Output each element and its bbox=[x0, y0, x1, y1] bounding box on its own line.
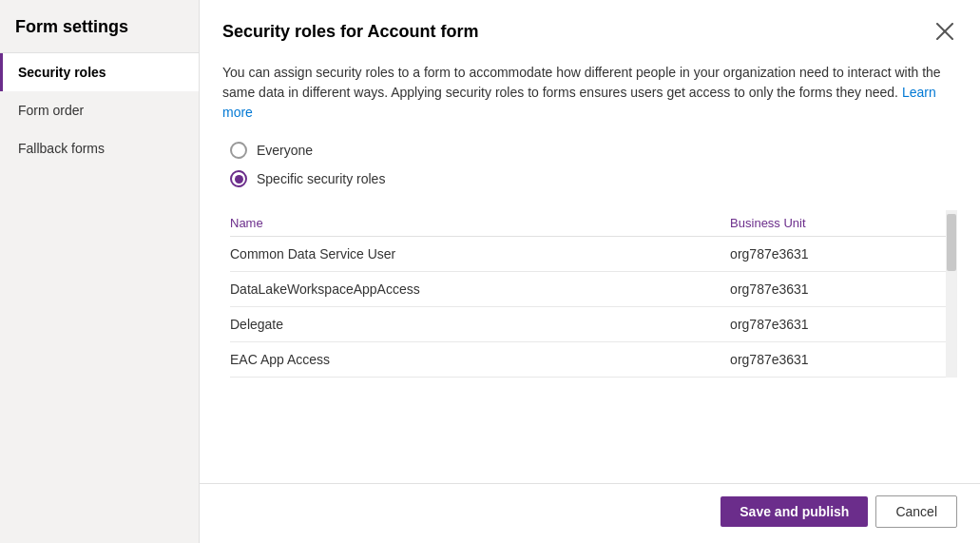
dialog-title: Security roles for Account form bbox=[222, 22, 478, 42]
radio-specific[interactable]: Specific security roles bbox=[230, 170, 957, 187]
sidebar-item-security-roles[interactable]: Security roles bbox=[0, 53, 199, 91]
main-panel: Security roles for Account form You can … bbox=[200, 0, 980, 543]
close-button[interactable] bbox=[932, 19, 957, 44]
sidebar-item-fallback-forms[interactable]: Fallback forms bbox=[0, 129, 199, 167]
scrollbar-thumb bbox=[947, 214, 956, 271]
save-publish-button[interactable]: Save and publish bbox=[721, 496, 868, 527]
table-row: DataLakeWorkspaceAppAccessorg787e3631 bbox=[230, 272, 946, 307]
table-row: EAC App Accessorg787e3631 bbox=[230, 342, 946, 378]
radio-circle-specific bbox=[230, 170, 247, 187]
cell-name: EAC App Access bbox=[230, 342, 730, 378]
sidebar-item-form-order[interactable]: Form order bbox=[0, 91, 199, 129]
table-row: Common Data Service Userorg787e3631 bbox=[230, 237, 946, 272]
description-text: You can assign security roles to a form … bbox=[222, 63, 957, 123]
cell-business-unit: org787e3631 bbox=[730, 307, 946, 342]
dialog-header: Security roles for Account form bbox=[200, 0, 980, 55]
sidebar-item-label: Fallback forms bbox=[18, 141, 105, 156]
cell-name: Delegate bbox=[230, 307, 730, 342]
dialog-body: You can assign security roles to a form … bbox=[200, 55, 980, 483]
scrollbar-track[interactable] bbox=[946, 210, 957, 378]
cell-name: DataLakeWorkspaceAppAccess bbox=[230, 272, 730, 307]
sidebar-item-label: Security roles bbox=[18, 65, 106, 80]
cancel-button[interactable]: Cancel bbox=[875, 495, 957, 528]
roles-table-scroll[interactable]: Name Business Unit Common Data Service U… bbox=[222, 210, 946, 378]
sidebar: Form settings Security roles Form order … bbox=[0, 0, 200, 543]
col-business-unit-header: Business Unit bbox=[730, 210, 946, 237]
radio-circle-everyone bbox=[230, 142, 247, 159]
col-name-header: Name bbox=[230, 210, 730, 237]
cell-business-unit: org787e3631 bbox=[730, 342, 946, 378]
cell-business-unit: org787e3631 bbox=[730, 272, 946, 307]
table-row: Delegateorg787e3631 bbox=[230, 307, 946, 342]
radio-label-everyone: Everyone bbox=[257, 143, 313, 158]
roles-table-container: Name Business Unit Common Data Service U… bbox=[222, 210, 957, 378]
radio-everyone[interactable]: Everyone bbox=[230, 142, 957, 159]
radio-label-specific: Specific security roles bbox=[257, 171, 385, 186]
cell-business-unit: org787e3631 bbox=[730, 237, 946, 272]
dialog-footer: Save and publish Cancel bbox=[200, 483, 980, 543]
sidebar-title: Form settings bbox=[0, 0, 199, 53]
cell-name: Common Data Service User bbox=[230, 237, 730, 272]
close-icon bbox=[936, 23, 953, 40]
radio-group: Everyone Specific security roles bbox=[222, 142, 957, 187]
sidebar-item-label: Form order bbox=[18, 103, 84, 118]
roles-table: Name Business Unit Common Data Service U… bbox=[230, 210, 946, 378]
